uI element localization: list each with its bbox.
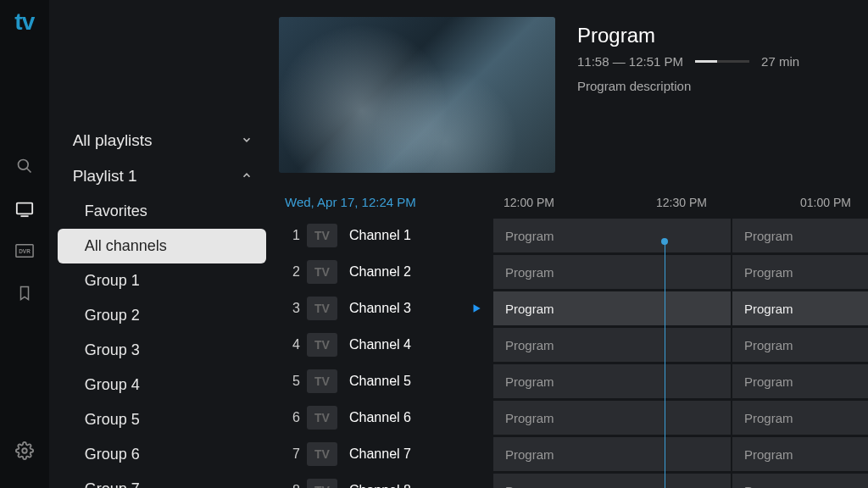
epg: Wed, Apr 17, 12:24 PM 12:00 PM 12:30 PM … <box>275 190 868 488</box>
now-indicator-dot <box>661 238 668 245</box>
sidebar-item-label: Group 4 <box>85 376 140 394</box>
channel-name[interactable]: Channel 7 <box>349 446 459 462</box>
program-cells: ProgramProgram <box>493 364 868 398</box>
program-cell[interactable]: Program <box>493 474 731 488</box>
sidebar-item-label: Favorites <box>85 202 147 220</box>
svg-point-6 <box>22 448 27 453</box>
current-datetime: Wed, Apr 17, 12:24 PM <box>285 195 504 209</box>
program-cell[interactable]: Program <box>493 291 731 325</box>
play-indicator-icon <box>459 302 493 314</box>
svg-point-0 <box>18 160 28 170</box>
program-description: Program description <box>577 79 799 93</box>
sidebar-item-label: Group 7 <box>85 480 140 488</box>
channel-number: 6 <box>281 410 307 425</box>
channel-number: 2 <box>281 264 307 280</box>
channel-number: 3 <box>281 301 307 316</box>
sidebar-item-label: Group 5 <box>85 411 140 429</box>
program-cells: ProgramProgram <box>493 401 868 435</box>
sidebar-item[interactable]: Group 3 <box>49 333 275 368</box>
epg-row: 1TVChannel 1ProgramProgram <box>275 218 868 253</box>
sidebar-item-label: Group 3 <box>85 341 140 359</box>
program-cell[interactable]: Program <box>732 328 868 362</box>
dvr-icon[interactable]: DVR <box>13 239 36 263</box>
preview-info: Program 11:58 — 12:51 PM 27 min Program … <box>577 17 799 173</box>
sidebar-item[interactable]: Group 2 <box>49 298 275 333</box>
program-time-range: 11:58 — 12:51 PM <box>577 54 683 69</box>
time-tick: 12:00 PM <box>504 196 554 209</box>
program-cell[interactable]: Program <box>732 255 868 289</box>
program-time-row: 11:58 — 12:51 PM 27 min <box>577 54 799 69</box>
channel-logo[interactable]: TV <box>307 297 337 320</box>
channel-name[interactable]: Channel 8 <box>349 483 459 488</box>
program-cell[interactable]: Program <box>732 364 868 398</box>
program-cells: ProgramProgram <box>493 437 868 471</box>
svg-line-1 <box>26 169 31 173</box>
settings-icon[interactable] <box>13 439 36 463</box>
sidebar-item-label: Group 1 <box>85 272 140 290</box>
program-cell[interactable]: Program <box>732 291 868 325</box>
sidebar-label: All playlists <box>73 131 153 150</box>
channel-number: 4 <box>281 337 307 352</box>
sidebar-item[interactable]: Group 5 <box>49 402 275 437</box>
channel-logo[interactable]: TV <box>307 369 337 393</box>
program-cell[interactable]: Program <box>493 255 731 289</box>
epg-body: 1TVChannel 1ProgramProgram2TVChannel 2Pr… <box>275 218 868 488</box>
channel-logo[interactable]: TV <box>307 333 337 357</box>
program-cell[interactable]: Program <box>493 364 731 398</box>
progress-bar <box>695 60 749 63</box>
program-cell[interactable]: Program <box>493 437 731 471</box>
program-cells: ProgramProgram <box>493 474 868 488</box>
channel-name[interactable]: Channel 2 <box>349 264 459 280</box>
epg-row: 3TVChannel 3ProgramProgram <box>275 291 868 326</box>
channel-name[interactable]: Channel 6 <box>349 410 459 425</box>
svg-rect-2 <box>17 203 32 214</box>
channel-number: 8 <box>281 483 307 488</box>
sidebar-item[interactable]: Group 7 <box>49 472 275 488</box>
epg-row: 6TVChannel 6ProgramProgram <box>275 400 868 435</box>
chevron-down-icon <box>241 134 253 148</box>
channel-logo[interactable]: TV <box>307 479 337 488</box>
channel-name[interactable]: Channel 4 <box>349 337 459 352</box>
channel-logo[interactable]: TV <box>307 442 337 466</box>
sidebar-item-label: Group 2 <box>85 307 140 324</box>
sidebar-item[interactable]: All channels <box>58 229 266 263</box>
time-tick: 01:00 PM <box>800 196 851 209</box>
nav-rail: tv DVR <box>0 0 49 488</box>
sidebar-item[interactable]: Group 1 <box>49 263 275 298</box>
sidebar-all-playlists[interactable]: All playlists <box>49 123 275 158</box>
svg-marker-7 <box>474 304 481 312</box>
program-cells: ProgramProgram <box>493 219 868 252</box>
channel-number: 7 <box>281 446 307 462</box>
epg-row: 2TVChannel 2ProgramProgram <box>275 254 868 290</box>
bookmark-icon[interactable] <box>13 281 36 305</box>
program-cell[interactable]: Program <box>493 328 731 362</box>
channel-name[interactable]: Channel 3 <box>349 301 459 316</box>
epg-row: 4TVChannel 4ProgramProgram <box>275 327 868 363</box>
preview-section: Program 11:58 — 12:51 PM 27 min Program … <box>275 17 868 173</box>
channel-logo[interactable]: TV <box>307 260 337 284</box>
channel-name[interactable]: Channel 5 <box>349 374 459 389</box>
program-duration: 27 min <box>761 54 799 69</box>
search-icon[interactable] <box>13 154 36 178</box>
epg-header: Wed, Apr 17, 12:24 PM 12:00 PM 12:30 PM … <box>275 190 868 218</box>
sidebar-playlist[interactable]: Playlist 1 <box>49 158 275 194</box>
program-cell[interactable]: Program <box>732 437 868 471</box>
svg-text:DVR: DVR <box>19 248 31 254</box>
program-cell[interactable]: Program <box>732 219 868 252</box>
sidebar-item-label: All channels <box>85 237 167 255</box>
program-title: Program <box>577 24 799 47</box>
channel-name[interactable]: Channel 1 <box>349 228 459 243</box>
program-cell[interactable]: Program <box>493 219 731 252</box>
sidebar-item[interactable]: Group 6 <box>49 437 275 472</box>
channel-logo[interactable]: TV <box>307 224 337 247</box>
channel-number: 5 <box>281 374 307 389</box>
time-tick: 12:30 PM <box>656 196 707 209</box>
sidebar-item[interactable]: Group 4 <box>49 368 275 402</box>
sidebar-item[interactable]: Favorites <box>49 194 275 229</box>
program-cell[interactable]: Program <box>732 474 868 488</box>
program-cell[interactable]: Program <box>732 401 868 435</box>
preview-thumbnail[interactable] <box>279 17 555 173</box>
channel-logo[interactable]: TV <box>307 406 337 430</box>
tv-icon[interactable] <box>13 197 36 220</box>
program-cell[interactable]: Program <box>493 401 731 435</box>
